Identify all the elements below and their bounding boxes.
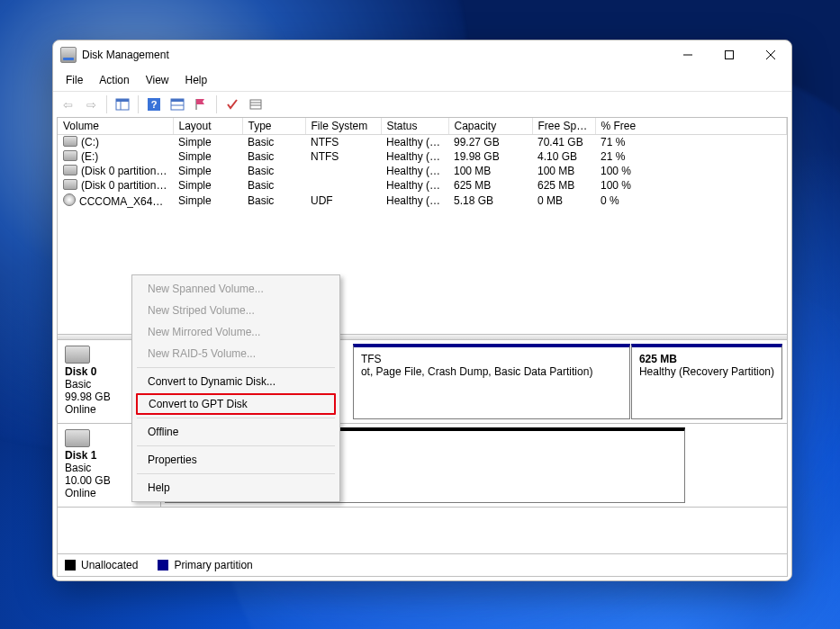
menu-item[interactable]: Help [135,477,337,499]
table-row[interactable]: (C:)SimpleBasicNTFSHealthy (B...99.27 GB… [58,135,787,150]
partition-sub: ot, Page File, Crash Dump, Basic Data Pa… [361,365,622,378]
cell-type: Basic [242,193,305,209]
menu-action[interactable]: Action [92,72,136,88]
forward-button[interactable]: ⇨ [80,94,102,115]
col-fs[interactable]: File System [305,118,381,135]
close-button[interactable] [750,40,791,69]
arrow-right-icon: ⇨ [86,98,96,112]
menu-item[interactable]: Properties [135,449,337,471]
maximize-button[interactable] [709,40,750,69]
help-button[interactable]: ? [143,94,165,115]
titlebar[interactable]: Disk Management [53,40,791,69]
partition[interactable]: 625 MB Healthy (Recovery Partition) [631,344,782,419]
app-icon [60,47,77,63]
legend: Unallocated Primary partition [58,553,787,576]
cell-free: 70.41 GB [532,135,595,150]
cell-capacity: 19.98 GB [448,149,532,164]
toolbar: ⇦ ⇨ ? [53,91,791,117]
col-type[interactable]: Type [242,118,305,135]
volume-icon [63,150,77,161]
cell-status: Healthy (P... [381,193,448,209]
cell-fs: NTFS [305,135,381,150]
panel-icon [115,97,130,112]
partition-sub: Healthy (Recovery Partition) [639,365,774,378]
check-button[interactable] [221,94,243,115]
flag-icon [194,97,208,112]
arrow-left-icon: ⇦ [63,98,73,112]
col-layout[interactable]: Layout [173,118,242,135]
cell-fs: NTFS [305,149,381,164]
legend-unallocated: Unallocated [65,559,138,571]
col-pct[interactable]: % Free [595,118,787,135]
menu-item: New Striped Volume... [135,300,337,321]
svg-rect-1 [726,51,734,59]
toolbar-separator [216,95,217,113]
toolbar-separator [138,95,139,113]
col-volume[interactable]: Volume [58,118,173,135]
col-capacity[interactable]: Capacity [448,118,532,135]
table-row[interactable]: (Disk 0 partition 1)SimpleBasicHealthy (… [58,164,787,178]
cell-free: 0 MB [532,193,595,209]
cell-type: Basic [242,135,305,150]
menu-separator [137,445,335,446]
table-row[interactable]: (E:)SimpleBasicNTFSHealthy (B...19.98 GB… [58,149,787,164]
volume-icon [63,179,77,190]
table-header-row: Volume Layout Type File System Status Ca… [58,118,787,135]
cell-free: 625 MB [532,178,595,193]
cell-type: Basic [242,164,305,178]
cell-fs [305,178,381,193]
menu-help[interactable]: Help [178,72,215,88]
disk-icon [65,429,90,447]
swatch-black [65,560,76,571]
col-free[interactable]: Free Spa... [532,118,595,135]
svg-text:?: ? [151,99,158,110]
menu-item[interactable]: Offline [135,421,337,443]
show-tree-button[interactable] [112,94,133,115]
menu-view[interactable]: View [139,72,176,88]
cell-capacity: 100 MB [448,164,532,178]
svg-rect-12 [250,100,261,109]
cell-capacity: 625 MB [448,178,532,193]
list-button[interactable] [245,94,266,115]
cell-volume: (C:) [81,136,99,148]
menu-item[interactable]: Convert to GPT Disk [136,393,336,415]
cell-pct: 0 % [595,193,787,209]
cell-volume: CCCOMA_X64FRE... [79,195,173,208]
partition-title: 625 MB [639,353,774,365]
disk-context-menu: New Spanned Volume...New Striped Volume.… [131,274,340,502]
menu-separator [137,473,335,474]
panel-bottom-icon [170,97,185,112]
cell-type: Basic [242,178,305,193]
menu-separator [137,367,335,368]
cell-layout: Simple [173,193,242,209]
legend-primary: Primary partition [158,559,252,571]
menu-item: New RAID-5 Volume... [135,343,337,364]
cell-pct: 100 % [595,178,787,193]
cell-status: Healthy (E... [381,164,448,178]
back-button[interactable]: ⇦ [57,94,78,115]
view-bottom-button[interactable] [167,94,188,115]
toolbar-separator [106,95,107,113]
svg-rect-10 [171,99,184,102]
partition[interactable]: TFS ot, Page File, Crash Dump, Basic Dat… [353,344,630,419]
cell-pct: 21 % [595,149,787,164]
volume-icon [63,193,76,206]
table-row[interactable]: CCCOMA_X64FRE...SimpleBasicUDFHealthy (P… [58,193,787,209]
cell-status: Healthy (B... [381,135,448,150]
cell-type: Basic [242,149,305,164]
cell-pct: 100 % [595,164,787,178]
disk-management-window: Disk Management File Action View Help ⇦ … [52,40,792,581]
cell-free: 4.10 GB [532,149,595,164]
menu-item[interactable]: Convert to Dynamic Disk... [135,371,337,392]
minimize-button[interactable] [667,40,709,69]
disk-icon [65,346,90,364]
cell-volume: (Disk 0 partition 1) [81,165,168,177]
list-icon [248,97,263,112]
settings-button[interactable] [190,94,212,115]
table-row[interactable]: (Disk 0 partition 4)SimpleBasicHealthy (… [58,178,787,193]
help-icon: ? [147,97,161,112]
check-icon [225,97,239,112]
cell-layout: Simple [173,164,242,178]
menu-file[interactable]: File [59,72,90,88]
col-status[interactable]: Status [381,118,448,135]
